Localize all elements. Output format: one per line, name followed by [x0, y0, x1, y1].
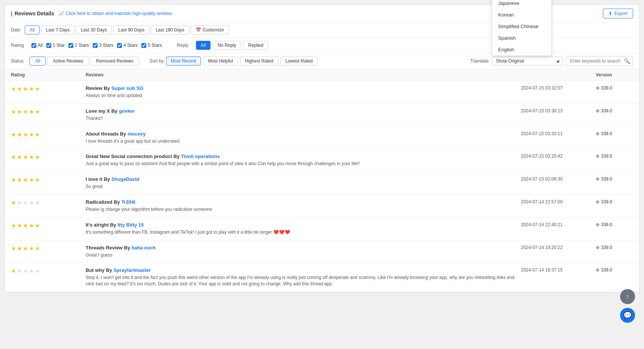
- date-customize-button[interactable]: 📅 Customize: [191, 25, 229, 34]
- date-7days-button[interactable]: Last 7 Days: [41, 25, 74, 34]
- review-version: ⊕ 339.0: [596, 222, 633, 227]
- star-5: ★: [35, 131, 40, 138]
- translate-option-korean[interactable]: Korean: [492, 9, 551, 21]
- review-author-link[interactable]: govker: [119, 108, 135, 114]
- search-input[interactable]: [566, 56, 633, 66]
- review-date: 2024-07-15 03:30:13: [521, 108, 596, 113]
- star-4: ★: [29, 245, 34, 252]
- star-2: ★: [17, 131, 22, 138]
- review-version: ⊕ 339.0: [596, 131, 633, 136]
- review-content: I love it By ShugeDavid So great: [86, 176, 521, 190]
- translate-input[interactable]: [492, 57, 563, 66]
- star-5: ★: [35, 267, 40, 274]
- date-30days-button[interactable]: Last 30 Days: [76, 25, 112, 34]
- date-filter-group: All Last 7 Days Last 30 Days Last 90 Day…: [25, 25, 229, 34]
- review-version: ⊕ 339.0: [596, 154, 633, 159]
- date-all-button[interactable]: All: [25, 25, 39, 34]
- review-date: 2024-07-14 19:20:22: [521, 245, 596, 250]
- calendar-icon: 📅: [196, 27, 201, 33]
- status-active-button[interactable]: Active Reviews: [47, 57, 89, 66]
- review-version: ⊕ 339.0: [596, 245, 633, 250]
- star-1: ★: [11, 245, 16, 252]
- rating-1star-checkbox[interactable]: 1 Star: [46, 43, 65, 48]
- review-author-link[interactable]: Tr204l: [121, 199, 135, 205]
- sort-most-recent-button[interactable]: Most Recent: [166, 57, 201, 66]
- sort-lowest-rated-button[interactable]: Lowest Rated: [280, 57, 318, 66]
- star-5: ★: [35, 199, 40, 206]
- star-4: ★: [29, 154, 34, 161]
- rating-3stars-checkbox[interactable]: 3 Stars: [93, 43, 113, 48]
- star-1: ★: [11, 131, 16, 138]
- rating-5stars-checkbox[interactable]: 5 Stars: [141, 43, 162, 48]
- reply-group: All No Reply Replied: [196, 41, 268, 50]
- rating-4stars-checkbox[interactable]: 4 Stars: [117, 43, 138, 48]
- review-body: Just a great way to pass on wisdom! And …: [86, 161, 521, 167]
- rating-2stars-checkbox[interactable]: 2 Stars: [68, 43, 89, 48]
- table-row: ★★★★★ Great New Social connection produc…: [5, 149, 639, 172]
- review-author-link[interactable]: Tivoli operations: [181, 154, 220, 159]
- sort-most-helpful-button[interactable]: Most Helpful: [203, 57, 238, 66]
- reply-replied-button[interactable]: Replied: [243, 41, 269, 50]
- review-body: I love threads it's a great app but so u…: [86, 138, 521, 145]
- export-icon: ⬆: [608, 11, 612, 16]
- version-icon: ⊕: [596, 85, 599, 91]
- translate-option-japanese[interactable]: Japanese: [492, 0, 551, 9]
- version-icon: ⊕: [596, 154, 599, 159]
- star-2: ★: [17, 245, 22, 252]
- reply-no-reply-button[interactable]: No Reply: [213, 41, 241, 50]
- review-author-link[interactable]: mocevy: [128, 131, 145, 137]
- rating-all-checkbox[interactable]: All: [31, 43, 43, 48]
- version-icon: ⊕: [596, 222, 599, 227]
- review-body: It's something different than FB, Instag…: [86, 229, 521, 236]
- review-date: 2024-07-14 22:40:21: [521, 222, 596, 227]
- star-4: ★: [29, 199, 34, 206]
- star-5: ★: [35, 176, 40, 183]
- review-content: It's alright By Itty Bitty 15 It's somet…: [86, 222, 521, 236]
- table-row: ★★★★★ Radicalized By Tr204l Please ig ch…: [5, 195, 639, 218]
- date-180days-button[interactable]: Last 180 Days: [151, 25, 189, 34]
- star-5: ★: [35, 245, 40, 252]
- review-author-link[interactable]: ShugeDavid: [111, 176, 139, 182]
- translate-option-simplified-chinese[interactable]: Simplified Chinese: [492, 21, 551, 32]
- star-3: ★: [23, 267, 28, 274]
- star-rating: ★★★★★: [11, 108, 86, 115]
- review-author-link[interactable]: Itty Bitty 15: [117, 222, 144, 228]
- review-date: 2024-07-15 02:25:42: [521, 154, 596, 159]
- review-title: Love my X By govker: [86, 108, 521, 114]
- review-author-link[interactable]: Super sub SG: [111, 85, 144, 91]
- review-body: Please ig change your algorithm before y…: [86, 206, 521, 213]
- star-2: ★: [17, 267, 22, 274]
- chart-icon: 📈: [59, 11, 64, 16]
- reply-all-button[interactable]: All: [196, 41, 211, 50]
- review-title: About threads By mocevy: [86, 131, 521, 137]
- review-author-link[interactable]: haha euch: [132, 245, 156, 251]
- star-1: ★: [11, 108, 16, 115]
- status-all-button[interactable]: All: [30, 57, 46, 66]
- version-icon: ⊕: [596, 199, 599, 204]
- review-title: Radicalized By Tr204l: [86, 199, 521, 205]
- review-version: ⊕ 339.0: [596, 199, 633, 204]
- quality-reviews-link[interactable]: 📈 Click here to obtain and maintain high…: [59, 11, 173, 16]
- table-header: Rating Reviews Version: [5, 69, 639, 81]
- export-button[interactable]: ⬆ Export: [603, 9, 633, 18]
- review-title: I love it By ShugeDavid: [86, 176, 521, 182]
- version-icon: ⊕: [596, 267, 599, 273]
- translate-option-spanish[interactable]: Spanish: [492, 32, 551, 44]
- star-3: ★: [23, 131, 28, 138]
- star-4: ★: [29, 131, 34, 138]
- star-3: ★: [23, 222, 28, 229]
- sort-highest-rated-button[interactable]: Highest Rated: [240, 57, 278, 66]
- review-version: ⊕ 339.0: [596, 267, 633, 273]
- date-label: Date: [11, 27, 20, 33]
- review-version: ⊕ 339.0: [596, 108, 633, 113]
- translate-option-english[interactable]: English: [492, 44, 551, 55]
- review-content: Review By Super sub SG Always on time an…: [86, 85, 521, 99]
- date-90days-button[interactable]: Last 90 Days: [113, 25, 149, 34]
- status-removed-button[interactable]: Removed Reviews: [91, 57, 139, 66]
- review-author-link[interactable]: Sprayfartmaster: [113, 267, 151, 273]
- rating-checkbox-group: All 1 Star 2 Stars 3 Stars 4 Stars 5 Sta…: [31, 43, 162, 48]
- translate-label: Translate: [470, 58, 489, 64]
- star-5: ★: [35, 108, 40, 115]
- star-rating: ★★★★★: [11, 131, 86, 138]
- translate-section: Translate ▲ Russian Japanese Korean Simp…: [470, 56, 633, 66]
